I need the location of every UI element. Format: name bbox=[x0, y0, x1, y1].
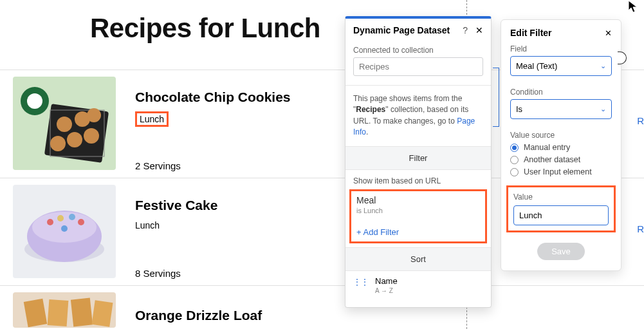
svg-point-19 bbox=[61, 225, 68, 232]
sort-section-header: Sort bbox=[345, 247, 491, 271]
filter-row[interactable]: Meal bbox=[356, 195, 480, 205]
field-label: Field bbox=[510, 44, 612, 53]
svg-point-10 bbox=[87, 108, 101, 122]
value-highlight: Value bbox=[506, 185, 616, 232]
show-item-label: Show item based on URL bbox=[353, 170, 483, 189]
svg-point-8 bbox=[84, 128, 99, 144]
condition-select[interactable]: Is ⌄ bbox=[510, 99, 612, 119]
recipe-meal: Lunch bbox=[135, 220, 160, 230]
value-input[interactable] bbox=[513, 205, 609, 225]
collection-input[interactable] bbox=[353, 57, 483, 76]
list-item: Orange Drizzle Loaf bbox=[0, 285, 644, 321]
radio-manual-entry[interactable]: Manual entry bbox=[510, 143, 612, 152]
radio-icon bbox=[510, 168, 519, 176]
radio-icon bbox=[510, 144, 519, 152]
chevron-down-icon: ⌄ bbox=[600, 105, 606, 113]
panel-description: This page shows items from the "Recipes"… bbox=[353, 92, 483, 140]
panel-title: Edit Filter bbox=[510, 28, 605, 38]
svg-point-7 bbox=[67, 132, 82, 147]
read-more-link[interactable]: R bbox=[637, 115, 644, 171]
close-icon[interactable]: ✕ bbox=[605, 28, 612, 38]
connected-label: Connected to collection bbox=[353, 46, 483, 55]
condition-label: Condition bbox=[510, 88, 612, 97]
value-source-label: Value source bbox=[510, 131, 612, 140]
svg-rect-22 bbox=[48, 299, 69, 326]
selection-rect bbox=[493, 68, 499, 127]
guide-line bbox=[466, 0, 467, 18]
svg-point-16 bbox=[57, 215, 64, 221]
svg-point-5 bbox=[57, 117, 72, 132]
recipe-meal-badge: Lunch bbox=[135, 111, 169, 127]
help-icon[interactable]: ? bbox=[463, 25, 468, 35]
edit-filter-panel: Edit Filter ✕ Field Meal (Text) ⌄ Condit… bbox=[501, 19, 621, 271]
svg-point-2 bbox=[27, 93, 42, 109]
svg-point-9 bbox=[50, 136, 66, 151]
close-icon[interactable]: ✕ bbox=[475, 25, 483, 35]
cursor-icon bbox=[628, 0, 639, 14]
read-more-link[interactable]: R bbox=[637, 223, 644, 279]
save-button[interactable]: Save bbox=[537, 243, 585, 260]
recipe-title: Orange Drizzle Loaf bbox=[135, 308, 644, 323]
sort-direction: A → Z bbox=[375, 287, 398, 294]
filter-condition-text: is Lunch bbox=[356, 207, 480, 214]
svg-point-17 bbox=[69, 214, 75, 220]
svg-point-18 bbox=[78, 219, 84, 225]
panel-title: Dynamic Page Dataset bbox=[353, 25, 463, 35]
radio-user-input[interactable]: User Input element bbox=[510, 167, 612, 176]
filter-section-header: Filter bbox=[345, 146, 491, 170]
drag-handle-icon[interactable]: ⋮⋮ bbox=[353, 277, 375, 294]
field-select[interactable]: Meal (Text) ⌄ bbox=[510, 56, 612, 76]
svg-rect-23 bbox=[71, 298, 93, 327]
radio-icon bbox=[510, 156, 519, 164]
recipe-thumbnail bbox=[13, 77, 116, 170]
recipe-thumbnail bbox=[13, 185, 116, 278]
value-label: Value bbox=[513, 193, 609, 202]
radio-another-dataset[interactable]: Another dataset bbox=[510, 155, 612, 164]
svg-rect-24 bbox=[91, 300, 113, 327]
recipe-thumbnail bbox=[13, 292, 116, 328]
add-filter-link[interactable]: + Add Filter bbox=[356, 227, 399, 237]
chevron-down-icon: ⌄ bbox=[600, 62, 606, 70]
filter-area-highlight: Meal is Lunch + Add Filter bbox=[349, 189, 487, 243]
svg-point-15 bbox=[47, 219, 53, 225]
dataset-panel: Dynamic Page Dataset ? ✕ Connected to co… bbox=[345, 16, 492, 308]
sort-field[interactable]: Name bbox=[375, 272, 398, 287]
